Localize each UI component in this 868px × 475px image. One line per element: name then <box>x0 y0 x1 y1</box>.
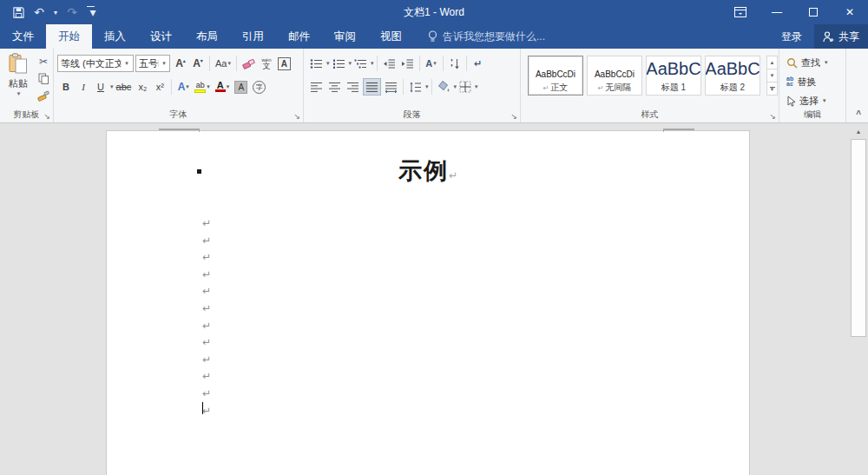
paragraph-mark: ↵ <box>202 352 211 369</box>
replace-icon: ab ac <box>786 76 793 87</box>
shrink-font-button[interactable]: A▾ <box>190 55 206 72</box>
cut-icon[interactable]: ✂ <box>36 54 51 69</box>
shading-icon[interactable] <box>436 78 452 96</box>
paragraph-mark: ↵ <box>202 334 211 352</box>
subscript-button[interactable]: x₂ <box>135 78 150 96</box>
show-hide-marks-icon[interactable]: ↵ <box>470 55 486 72</box>
text-effects-button[interactable]: A▾ <box>175 78 191 96</box>
tab-file[interactable]: 文件 <box>0 24 46 49</box>
customize-qat-icon[interactable]: ▾ <box>83 3 102 22</box>
clear-formatting-icon[interactable] <box>240 55 257 72</box>
ribbon-tab[interactable]: 插入 <box>92 24 138 49</box>
justify-icon[interactable] <box>363 78 381 96</box>
ribbon-tabs: 开始插入设计布局引用邮件审阅视图 <box>46 24 414 49</box>
align-center-icon[interactable] <box>326 78 343 96</box>
undo-icon[interactable]: ↶ <box>30 3 49 22</box>
grow-font-button[interactable]: A▴ <box>173 55 188 72</box>
ribbon-tab[interactable]: 设计 <box>138 24 184 49</box>
paragraph-mark: ↵ <box>202 249 211 267</box>
vertical-scrollbar[interactable]: ▲ <box>849 123 868 475</box>
font-group-label: 字体 <box>54 109 303 121</box>
styles-group: AaBbCcDi↵正文AaBbCcDi↵无间隔AaBbC标题 1AaBbC标题 … <box>521 49 779 122</box>
phonetic-guide-icon[interactable]: wén 文 <box>259 55 274 72</box>
bold-button[interactable]: B <box>58 78 74 96</box>
document-page[interactable]: 示例↵ ↵↵↵↵↵↵↵↵↵↵↵↵ <box>106 130 750 475</box>
select-dropdown-icon[interactable]: ▾ <box>823 97 826 104</box>
find-dropdown-icon[interactable]: ▾ <box>825 59 828 66</box>
style-card[interactable]: AaBbCcDi↵正文 <box>528 56 583 96</box>
ribbon-display-options-icon[interactable] <box>722 0 759 24</box>
underline-dropdown-icon[interactable]: ▾ <box>110 83 114 90</box>
paste-button[interactable]: 粘贴 ▾ <box>4 53 32 97</box>
sign-in-button[interactable]: 登录 <box>769 24 814 49</box>
character-shading-icon[interactable]: A <box>233 78 249 96</box>
multilevel-list-icon[interactable] <box>352 55 369 72</box>
paragraph-dialog-launcher-icon[interactable]: ↘ <box>510 112 517 121</box>
superscript-button[interactable]: x² <box>152 78 168 96</box>
scrollbar-thumb[interactable] <box>851 139 866 337</box>
style-scroll-down-icon[interactable]: ▼ <box>766 69 778 82</box>
maximize-icon[interactable] <box>795 0 832 24</box>
asian-layout-button[interactable]: A▾ <box>424 55 439 72</box>
paste-dropdown-icon[interactable]: ▾ <box>5 90 32 97</box>
style-card[interactable]: AaBbC标题 1 <box>646 56 701 96</box>
select-button[interactable]: 选择 ▾ <box>786 93 826 109</box>
select-label: 选择 <box>799 95 819 108</box>
style-gallery-more-icon[interactable]: ▼ <box>766 82 778 96</box>
undo-dropdown-icon[interactable]: ▾ <box>50 3 61 22</box>
style-card[interactable]: AaBbC标题 2 <box>705 56 760 96</box>
ribbon-tab[interactable]: 布局 <box>184 24 230 49</box>
style-card[interactable]: AaBbCcDi↵无间隔 <box>587 56 642 96</box>
underline-button[interactable]: U <box>93 78 108 96</box>
find-button[interactable]: 查找 ▾ <box>786 55 828 70</box>
ribbon-tab[interactable]: 审阅 <box>322 24 368 49</box>
highlight-button[interactable]: ab ▾ <box>193 78 212 96</box>
font-dialog-launcher-icon[interactable]: ↘ <box>293 112 300 121</box>
clipboard-dialog-launcher-icon[interactable]: ↘ <box>43 112 50 121</box>
heading-paragraph-mark: ↵ <box>449 169 457 181</box>
borders-icon[interactable] <box>457 78 473 96</box>
collapse-ribbon-icon[interactable]: ^ <box>856 109 861 119</box>
align-right-icon[interactable] <box>345 78 361 96</box>
line-spacing-icon[interactable] <box>407 78 424 96</box>
ribbon-tab[interactable]: 视图 <box>368 24 414 49</box>
tell-me-box[interactable]: 告诉我您想要做什么... <box>428 24 545 49</box>
ribbon-tab-row: 文件 开始插入设计布局引用邮件审阅视图 告诉我您想要做什么... 登录 共享 <box>0 24 868 49</box>
font-name-combo[interactable]: 等线 (中文正文) ▾ <box>57 55 134 72</box>
copy-icon[interactable] <box>36 71 51 86</box>
strikethrough-button[interactable]: abc <box>115 78 134 96</box>
quick-access-toolbar: ↶ ▾ ↷ ▾ <box>0 3 102 22</box>
font-name-dropdown-icon[interactable]: ▾ <box>121 60 132 67</box>
minimize-icon[interactable]: — <box>759 0 795 24</box>
scroll-up-icon[interactable]: ▲ <box>851 125 866 138</box>
distribute-icon[interactable] <box>383 78 399 96</box>
format-painter-icon[interactable] <box>36 89 51 103</box>
decrease-indent-icon[interactable] <box>381 55 398 72</box>
increase-indent-icon[interactable] <box>399 55 416 72</box>
replace-button[interactable]: ab ac 替换 <box>786 74 816 89</box>
ribbon-tab[interactable]: 引用 <box>230 24 276 49</box>
italic-button[interactable]: I <box>76 78 91 96</box>
clipboard-icon <box>9 53 28 74</box>
font-size-value: 五号 <box>136 57 158 70</box>
ribbon-tab[interactable]: 开始 <box>46 24 92 49</box>
person-icon <box>823 31 834 43</box>
styles-dialog-launcher-icon[interactable]: ↘ <box>769 112 776 121</box>
save-icon[interactable] <box>9 3 28 22</box>
sort-icon[interactable] <box>447 55 463 72</box>
ribbon-tab[interactable]: 邮件 <box>276 24 322 49</box>
change-case-button[interactable]: Aa▾ <box>214 55 233 72</box>
enclose-characters-icon[interactable]: 字 <box>251 78 267 96</box>
style-scroll-up-icon[interactable]: ▲ <box>766 56 778 69</box>
close-icon[interactable]: ✕ <box>832 0 868 24</box>
font-color-button[interactable]: A ▾ <box>214 78 232 96</box>
bullets-icon[interactable] <box>308 55 325 72</box>
numbering-icon[interactable] <box>331 55 347 72</box>
share-button[interactable]: 共享 <box>814 24 868 49</box>
paragraph-mark: ↵ <box>202 368 211 386</box>
font-size-combo[interactable]: 五号 ▾ <box>135 55 170 72</box>
character-border-icon[interactable]: A <box>276 55 293 72</box>
align-left-icon[interactable] <box>308 78 325 96</box>
font-size-dropdown-icon[interactable]: ▾ <box>158 60 169 67</box>
window-controls: — ✕ <box>722 0 868 24</box>
